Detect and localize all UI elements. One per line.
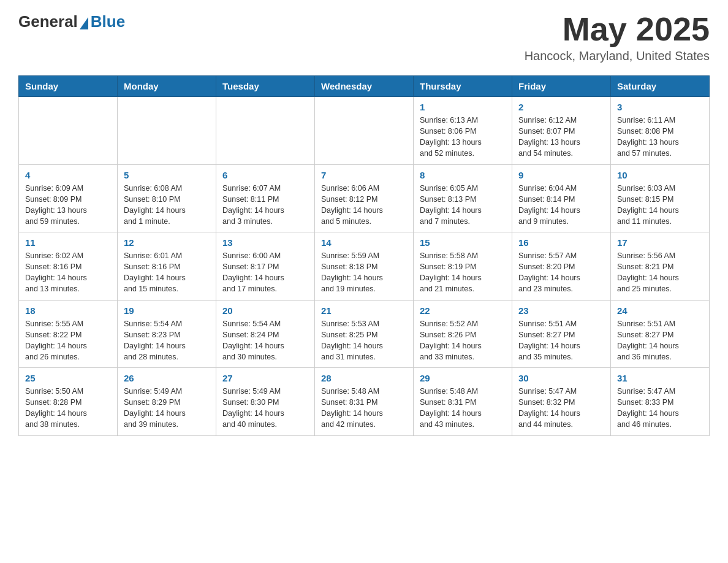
calendar-cell: 10Sunrise: 6:03 AM Sunset: 8:15 PM Dayli…	[611, 164, 710, 232]
calendar-cell	[315, 97, 414, 165]
day-info: Sunrise: 6:01 AM Sunset: 8:16 PM Dayligh…	[124, 250, 210, 295]
day-info: Sunrise: 6:08 AM Sunset: 8:10 PM Dayligh…	[124, 183, 210, 228]
calendar-header-wednesday: Wednesday	[315, 76, 414, 97]
day-info: Sunrise: 5:52 AM Sunset: 8:26 PM Dayligh…	[420, 318, 506, 363]
calendar-cell: 23Sunrise: 5:51 AM Sunset: 8:27 PM Dayli…	[512, 300, 611, 368]
day-number: 21	[321, 305, 407, 316]
day-number: 26	[124, 373, 210, 383]
calendar-header-thursday: Thursday	[414, 76, 512, 97]
calendar-cell: 30Sunrise: 5:47 AM Sunset: 8:32 PM Dayli…	[512, 368, 611, 436]
location-subtitle: Hancock, Maryland, United States	[525, 49, 710, 63]
calendar-cell: 7Sunrise: 6:06 AM Sunset: 8:12 PM Daylig…	[315, 164, 414, 232]
day-number: 11	[25, 237, 111, 248]
calendar-header-friday: Friday	[512, 76, 611, 97]
day-info: Sunrise: 6:11 AM Sunset: 8:08 PM Dayligh…	[617, 115, 703, 159]
calendar-cell: 21Sunrise: 5:53 AM Sunset: 8:25 PM Dayli…	[315, 300, 414, 368]
day-number: 7	[321, 170, 407, 180]
calendar-table: SundayMondayTuesdayWednesdayThursdayFrid…	[18, 75, 710, 436]
day-info: Sunrise: 5:51 AM Sunset: 8:27 PM Dayligh…	[617, 318, 703, 363]
calendar-cell	[19, 97, 118, 165]
day-info: Sunrise: 6:05 AM Sunset: 8:13 PM Dayligh…	[420, 183, 506, 228]
calendar-header-sunday: Sunday	[19, 76, 118, 97]
day-info: Sunrise: 5:56 AM Sunset: 8:21 PM Dayligh…	[617, 250, 703, 295]
day-info: Sunrise: 6:00 AM Sunset: 8:17 PM Dayligh…	[222, 250, 308, 295]
logo-triangle-icon	[80, 17, 88, 29]
calendar-cell: 31Sunrise: 5:47 AM Sunset: 8:33 PM Dayli…	[611, 368, 710, 436]
calendar-cell: 4Sunrise: 6:09 AM Sunset: 8:09 PM Daylig…	[19, 164, 118, 232]
day-info: Sunrise: 5:47 AM Sunset: 8:32 PM Dayligh…	[518, 386, 604, 431]
day-info: Sunrise: 6:04 AM Sunset: 8:14 PM Dayligh…	[518, 183, 604, 228]
calendar-cell: 12Sunrise: 6:01 AM Sunset: 8:16 PM Dayli…	[118, 232, 216, 301]
calendar-week-row: 25Sunrise: 5:50 AM Sunset: 8:28 PM Dayli…	[19, 368, 710, 436]
calendar-cell	[216, 97, 315, 165]
day-number: 31	[617, 373, 703, 383]
day-info: Sunrise: 6:13 AM Sunset: 8:06 PM Dayligh…	[420, 115, 506, 159]
day-info: Sunrise: 5:57 AM Sunset: 8:20 PM Dayligh…	[518, 250, 604, 295]
day-number: 5	[124, 170, 210, 180]
day-number: 16	[518, 237, 604, 248]
calendar-header-monday: Monday	[118, 76, 216, 97]
day-info: Sunrise: 5:58 AM Sunset: 8:19 PM Dayligh…	[420, 250, 506, 295]
header-right: May 2025 Hancock, Maryland, United State…	[525, 12, 710, 63]
day-info: Sunrise: 6:02 AM Sunset: 8:16 PM Dayligh…	[25, 250, 111, 295]
day-info: Sunrise: 5:51 AM Sunset: 8:27 PM Dayligh…	[518, 318, 604, 363]
day-number: 4	[25, 170, 111, 180]
calendar-week-row: 4Sunrise: 6:09 AM Sunset: 8:09 PM Daylig…	[19, 164, 710, 232]
day-info: Sunrise: 6:03 AM Sunset: 8:15 PM Dayligh…	[617, 183, 703, 228]
day-number: 22	[420, 305, 506, 316]
calendar-cell: 6Sunrise: 6:07 AM Sunset: 8:11 PM Daylig…	[216, 164, 315, 232]
calendar-cell: 14Sunrise: 5:59 AM Sunset: 8:18 PM Dayli…	[315, 232, 414, 301]
page-header: General Blue May 2025 Hancock, Maryland,…	[18, 12, 710, 63]
day-number: 12	[124, 237, 210, 248]
day-info: Sunrise: 5:47 AM Sunset: 8:33 PM Dayligh…	[617, 386, 703, 431]
calendar-cell: 24Sunrise: 5:51 AM Sunset: 8:27 PM Dayli…	[611, 300, 710, 368]
day-number: 8	[420, 170, 506, 180]
logo: General Blue	[18, 12, 125, 31]
calendar-header-tuesday: Tuesday	[216, 76, 315, 97]
calendar-cell: 22Sunrise: 5:52 AM Sunset: 8:26 PM Dayli…	[414, 300, 512, 368]
calendar-week-row: 18Sunrise: 5:55 AM Sunset: 8:22 PM Dayli…	[19, 300, 710, 368]
day-number: 24	[617, 305, 703, 316]
day-info: Sunrise: 5:49 AM Sunset: 8:29 PM Dayligh…	[124, 386, 210, 431]
calendar-cell: 17Sunrise: 5:56 AM Sunset: 8:21 PM Dayli…	[611, 232, 710, 301]
calendar-cell: 9Sunrise: 6:04 AM Sunset: 8:14 PM Daylig…	[512, 164, 611, 232]
day-number: 15	[420, 237, 506, 248]
calendar-cell: 5Sunrise: 6:08 AM Sunset: 8:10 PM Daylig…	[118, 164, 216, 232]
day-info: Sunrise: 6:09 AM Sunset: 8:09 PM Dayligh…	[25, 183, 111, 228]
calendar-week-row: 1Sunrise: 6:13 AM Sunset: 8:06 PM Daylig…	[19, 97, 710, 165]
calendar-cell: 27Sunrise: 5:49 AM Sunset: 8:30 PM Dayli…	[216, 368, 315, 436]
day-info: Sunrise: 5:50 AM Sunset: 8:28 PM Dayligh…	[25, 386, 111, 431]
day-info: Sunrise: 5:55 AM Sunset: 8:22 PM Dayligh…	[25, 318, 111, 363]
calendar-cell: 28Sunrise: 5:48 AM Sunset: 8:31 PM Dayli…	[315, 368, 414, 436]
day-number: 10	[617, 170, 703, 180]
calendar-cell: 26Sunrise: 5:49 AM Sunset: 8:29 PM Dayli…	[118, 368, 216, 436]
calendar-cell	[118, 97, 216, 165]
calendar-cell: 19Sunrise: 5:54 AM Sunset: 8:23 PM Dayli…	[118, 300, 216, 368]
calendar-cell: 13Sunrise: 6:00 AM Sunset: 8:17 PM Dayli…	[216, 232, 315, 301]
calendar-cell: 25Sunrise: 5:50 AM Sunset: 8:28 PM Dayli…	[19, 368, 118, 436]
calendar-cell: 11Sunrise: 6:02 AM Sunset: 8:16 PM Dayli…	[19, 232, 118, 301]
logo-blue-text: Blue	[91, 12, 125, 31]
day-number: 13	[222, 237, 308, 248]
day-number: 14	[321, 237, 407, 248]
calendar-cell: 3Sunrise: 6:11 AM Sunset: 8:08 PM Daylig…	[611, 97, 710, 165]
day-number: 6	[222, 170, 308, 180]
day-number: 25	[25, 373, 111, 383]
calendar-header-saturday: Saturday	[611, 76, 710, 97]
day-number: 9	[518, 170, 604, 180]
day-info: Sunrise: 5:49 AM Sunset: 8:30 PM Dayligh…	[222, 386, 308, 431]
day-info: Sunrise: 5:48 AM Sunset: 8:31 PM Dayligh…	[420, 386, 506, 431]
day-info: Sunrise: 6:06 AM Sunset: 8:12 PM Dayligh…	[321, 183, 407, 228]
calendar-cell: 20Sunrise: 5:54 AM Sunset: 8:24 PM Dayli…	[216, 300, 315, 368]
calendar-cell: 18Sunrise: 5:55 AM Sunset: 8:22 PM Dayli…	[19, 300, 118, 368]
day-info: Sunrise: 5:48 AM Sunset: 8:31 PM Dayligh…	[321, 386, 407, 431]
day-number: 28	[321, 373, 407, 383]
day-number: 17	[617, 237, 703, 248]
day-number: 23	[518, 305, 604, 316]
day-info: Sunrise: 5:53 AM Sunset: 8:25 PM Dayligh…	[321, 318, 407, 363]
calendar-header-row: SundayMondayTuesdayWednesdayThursdayFrid…	[19, 76, 710, 97]
day-info: Sunrise: 5:59 AM Sunset: 8:18 PM Dayligh…	[321, 250, 407, 295]
calendar-cell: 1Sunrise: 6:13 AM Sunset: 8:06 PM Daylig…	[414, 97, 512, 165]
day-info: Sunrise: 6:07 AM Sunset: 8:11 PM Dayligh…	[222, 183, 308, 228]
logo-general-text: General	[18, 12, 78, 31]
